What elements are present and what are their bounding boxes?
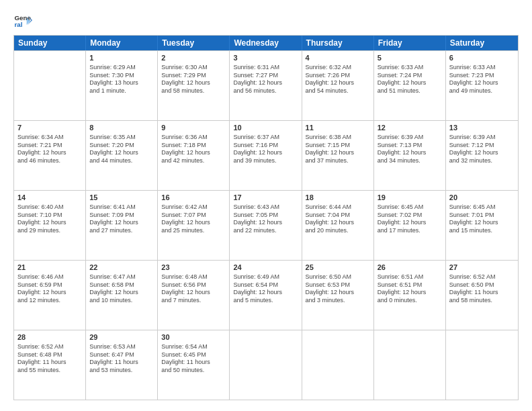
day-cell-23: 23Sunrise: 6:48 AMSunset: 6:56 PMDayligh… (158, 261, 230, 330)
cell-line: Sunset: 6:47 PM (89, 351, 154, 359)
cell-line: and 44 minutes. (89, 157, 154, 165)
cell-line: Sunset: 7:04 PM (306, 212, 370, 220)
day-cell-2: 2Sunrise: 6:30 AMSunset: 7:29 PMDaylight… (158, 51, 230, 120)
day-number: 27 (449, 263, 515, 273)
day-cell-6: 6Sunrise: 6:33 AMSunset: 7:23 PMDaylight… (446, 51, 518, 120)
cell-line: Sunrise: 6:38 AM (306, 134, 370, 142)
cell-line: and 50 minutes. (161, 367, 226, 375)
cell-line: Sunrise: 6:51 AM (378, 273, 442, 281)
day-cell-28: 28Sunrise: 6:52 AMSunset: 6:48 PMDayligh… (14, 330, 86, 400)
day-cell-8: 8Sunrise: 6:35 AMSunset: 7:20 PMDaylight… (86, 121, 158, 190)
calendar-row-4: 28Sunrise: 6:52 AMSunset: 6:48 PMDayligh… (14, 330, 518, 400)
day-number: 21 (17, 263, 82, 273)
cell-line: Sunrise: 6:43 AM (233, 203, 298, 212)
day-number: 15 (89, 193, 154, 203)
day-number: 29 (89, 332, 154, 342)
cell-line: Sunrise: 6:54 AM (161, 343, 226, 351)
cell-line: Daylight: 12 hours (233, 219, 298, 227)
cell-line: and 29 minutes. (17, 227, 82, 235)
cell-line: Sunrise: 6:32 AM (306, 64, 370, 72)
calendar-row-3: 21Sunrise: 6:46 AMSunset: 6:59 PMDayligh… (14, 260, 518, 330)
cell-line: Daylight: 12 hours (306, 79, 370, 87)
cell-line: Sunrise: 6:45 AM (449, 203, 515, 212)
day-number: 18 (306, 193, 370, 203)
cell-line: Sunrise: 6:52 AM (17, 343, 82, 351)
cell-line: Sunset: 6:54 PM (233, 281, 298, 289)
cell-line: Sunset: 7:05 PM (233, 212, 298, 220)
cell-line: and 56 minutes. (233, 87, 298, 95)
cell-line: Sunset: 7:02 PM (378, 212, 442, 220)
cell-line: Sunrise: 6:49 AM (233, 273, 298, 281)
cell-line: Daylight: 12 hours (17, 289, 82, 297)
day-number: 26 (378, 263, 442, 273)
cell-line: and 25 minutes. (161, 227, 226, 235)
day-cell-7: 7Sunrise: 6:34 AMSunset: 7:21 PMDaylight… (14, 121, 86, 190)
cell-line: Sunset: 6:45 PM (161, 351, 226, 359)
day-number: 24 (233, 263, 298, 273)
cell-line: Daylight: 12 hours (449, 79, 515, 87)
cell-line: Daylight: 11 hours (17, 359, 82, 367)
cell-line: and 5 minutes. (233, 297, 298, 305)
day-number: 23 (161, 263, 226, 273)
day-number: 6 (449, 53, 515, 63)
cell-line: Daylight: 12 hours (89, 219, 154, 227)
cell-line: Daylight: 12 hours (378, 149, 442, 157)
day-number: 8 (89, 123, 154, 133)
empty-cell (14, 51, 86, 120)
cell-line: Sunrise: 6:31 AM (233, 64, 298, 72)
cell-line: Sunset: 7:21 PM (17, 142, 82, 150)
cell-line: and 0 minutes. (378, 297, 442, 305)
cell-line: Sunrise: 6:39 AM (378, 134, 442, 142)
day-number: 1 (89, 53, 154, 63)
cell-line: and 7 minutes. (161, 297, 226, 305)
cell-line: Sunset: 6:58 PM (89, 281, 154, 289)
cell-line: Sunrise: 6:41 AM (89, 203, 154, 212)
cell-line: Sunrise: 6:42 AM (161, 203, 226, 212)
cell-line: Daylight: 13 hours (89, 79, 154, 87)
cell-line: Daylight: 12 hours (378, 219, 442, 227)
day-number: 2 (161, 53, 226, 63)
header-day-friday: Friday (374, 36, 446, 50)
day-number: 22 (89, 263, 154, 273)
cell-line: Daylight: 12 hours (449, 149, 515, 157)
day-cell-1: 1Sunrise: 6:29 AMSunset: 7:30 PMDaylight… (86, 51, 158, 120)
cell-line: and 15 minutes. (449, 227, 515, 235)
cell-line: Sunset: 7:10 PM (17, 212, 82, 220)
day-cell-4: 4Sunrise: 6:32 AMSunset: 7:26 PMDaylight… (302, 51, 374, 120)
day-number: 30 (161, 332, 226, 342)
day-cell-20: 20Sunrise: 6:45 AMSunset: 7:01 PMDayligh… (446, 191, 518, 260)
cell-line: Daylight: 12 hours (378, 289, 442, 297)
cell-line: Sunset: 7:20 PM (89, 142, 154, 150)
cell-line: Daylight: 12 hours (306, 289, 370, 297)
cell-line: Daylight: 12 hours (161, 149, 226, 157)
header: Gene ral (13, 11, 519, 30)
cell-line: Daylight: 11 hours (89, 359, 154, 367)
cell-line: Daylight: 12 hours (161, 219, 226, 227)
cell-line: and 17 minutes. (378, 227, 442, 235)
cell-line: Sunrise: 6:30 AM (161, 64, 226, 72)
cell-line: Sunset: 6:53 PM (306, 281, 370, 289)
day-cell-14: 14Sunrise: 6:40 AMSunset: 7:10 PMDayligh… (14, 191, 86, 260)
cell-line: Daylight: 12 hours (161, 79, 226, 87)
cell-line: Sunrise: 6:40 AM (17, 203, 82, 212)
cell-line: and 27 minutes. (89, 227, 154, 235)
cell-line: Sunrise: 6:44 AM (306, 203, 370, 212)
cell-line: Sunset: 7:09 PM (89, 212, 154, 220)
cell-line: and 58 minutes. (161, 87, 226, 95)
day-cell-22: 22Sunrise: 6:47 AMSunset: 6:58 PMDayligh… (86, 261, 158, 330)
cell-line: Sunset: 6:51 PM (378, 281, 442, 289)
calendar-header: SundayMondayTuesdayWednesdayThursdayFrid… (14, 36, 518, 50)
cell-line: Daylight: 12 hours (449, 219, 515, 227)
day-number: 11 (306, 123, 370, 133)
cell-line: Sunrise: 6:47 AM (89, 273, 154, 281)
cell-line: Sunset: 7:23 PM (449, 72, 515, 80)
cell-line: Sunset: 6:56 PM (161, 281, 226, 289)
cell-line: Sunset: 7:18 PM (161, 142, 226, 150)
day-cell-12: 12Sunrise: 6:39 AMSunset: 7:13 PMDayligh… (374, 121, 446, 190)
day-number: 12 (378, 123, 442, 133)
cell-line: and 53 minutes. (89, 367, 154, 375)
day-cell-30: 30Sunrise: 6:54 AMSunset: 6:45 PMDayligh… (158, 330, 230, 400)
cell-line: Daylight: 11 hours (449, 289, 515, 297)
day-cell-13: 13Sunrise: 6:39 AMSunset: 7:12 PMDayligh… (446, 121, 518, 190)
calendar: SundayMondayTuesdayWednesdayThursdayFrid… (13, 35, 519, 400)
